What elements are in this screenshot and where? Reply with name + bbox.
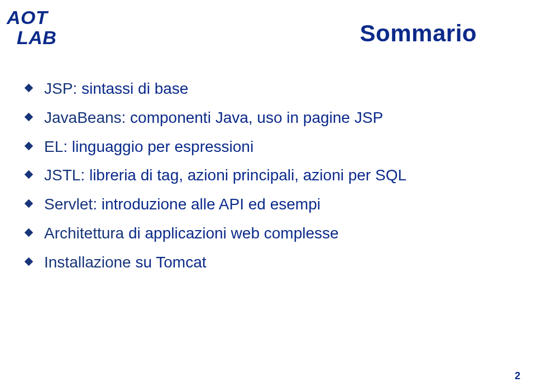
bullet-rest: : componenti Java, uso in pagine JSP <box>122 109 384 126</box>
bullet-lead: EL <box>44 138 63 155</box>
content-list: JSP: sintassi di base JavaBeans: compone… <box>26 78 502 281</box>
bullet-text: JSTL: libreria di tag, azioni principali… <box>44 165 406 186</box>
list-item: EL: linguaggio per espressioni <box>26 136 502 157</box>
bullet-icon <box>25 84 34 93</box>
bullet-lead: JavaBeans <box>44 109 122 126</box>
bullet-text: Installazione su Tomcat <box>44 252 207 273</box>
bullet-lead: Architettura <box>44 224 124 242</box>
bullet-lead: Installazione <box>44 254 131 271</box>
bullet-text: JavaBeans: componenti Java, uso in pagin… <box>44 107 383 128</box>
list-item: Architettura di applicazioni web comples… <box>26 223 502 244</box>
page-number: 2 <box>515 370 520 382</box>
bullet-icon <box>25 257 34 266</box>
bullet-icon <box>25 113 34 122</box>
bullet-lead: JSTL <box>44 166 80 184</box>
slide-title: Sommario <box>360 20 477 47</box>
list-item: Installazione su Tomcat <box>26 252 502 273</box>
bullet-text: JSP: sintassi di base <box>44 78 188 99</box>
logo: AOT LAB <box>7 8 56 47</box>
bullet-rest: : sintassi di base <box>73 80 188 97</box>
bullet-rest: di applicazioni web complesse <box>124 224 338 242</box>
list-item: Servlet: introduzione alle API ed esempi <box>26 194 502 215</box>
logo-line1: AOT <box>7 8 56 28</box>
logo-line2: LAB <box>17 28 56 48</box>
bullet-icon <box>25 170 34 179</box>
bullet-lead: Servlet <box>44 195 93 213</box>
bullet-text: Architettura di applicazioni web comples… <box>44 223 339 244</box>
bullet-icon <box>25 199 34 208</box>
bullet-rest: : introduzione alle API ed esempi <box>93 195 320 213</box>
slide: AOT LAB Sommario JSP: sintassi di base J… <box>0 0 536 392</box>
list-item: JavaBeans: componenti Java, uso in pagin… <box>26 107 502 128</box>
bullet-rest: : linguaggio per espressioni <box>63 138 253 155</box>
bullet-icon <box>25 228 34 237</box>
bullet-rest: su Tomcat <box>131 254 207 271</box>
list-item: JSTL: libreria di tag, azioni principali… <box>26 165 502 186</box>
bullet-icon <box>25 141 34 150</box>
list-item: JSP: sintassi di base <box>26 78 502 99</box>
bullet-text: Servlet: introduzione alle API ed esempi <box>44 194 320 215</box>
bullet-lead: JSP <box>44 80 73 97</box>
bullet-text: EL: linguaggio per espressioni <box>44 136 253 157</box>
bullet-rest: : libreria di tag, azioni principali, az… <box>80 166 406 184</box>
